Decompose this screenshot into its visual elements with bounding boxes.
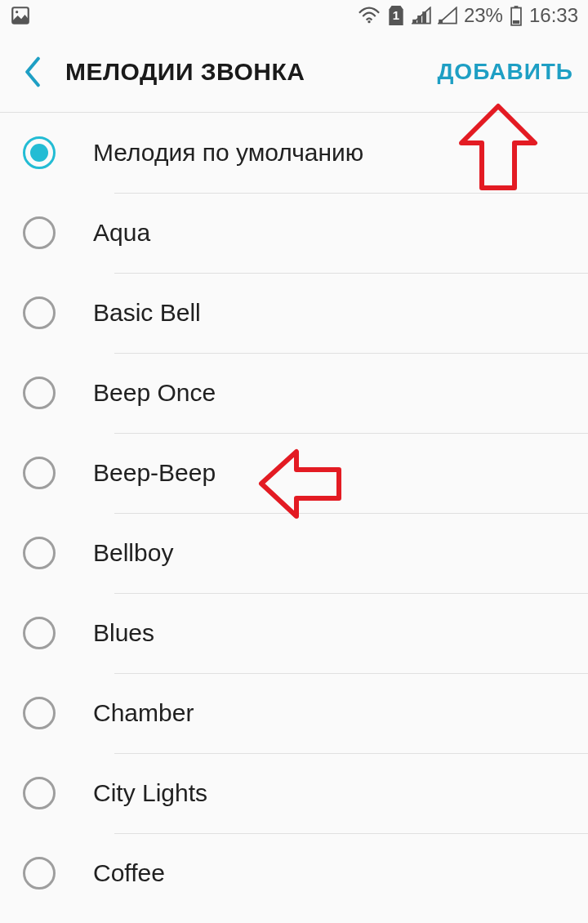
ringtone-list: Мелодия по умолчанию Aqua Basic Bell Bee… — [0, 113, 588, 913]
ringtone-label: Aqua — [93, 219, 150, 247]
svg-point-1 — [16, 11, 18, 13]
radio[interactable] — [23, 857, 56, 890]
add-button[interactable]: ДОБАВИТЬ — [437, 59, 573, 85]
radio[interactable] — [23, 617, 56, 649]
ringtone-row[interactable]: Coffee — [23, 833, 588, 913]
ringtone-row[interactable]: Beep Once — [23, 353, 588, 433]
ringtone-label: Blues — [93, 619, 154, 647]
radio[interactable] — [23, 216, 56, 249]
radio[interactable] — [23, 377, 56, 409]
wifi-icon — [358, 7, 381, 25]
status-bar: 1 23% 16:33 — [0, 0, 588, 31]
battery-icon — [510, 5, 523, 26]
ringtone-row[interactable]: Blues — [23, 593, 588, 673]
svg-rect-3 — [412, 20, 416, 24]
ringtone-row[interactable]: Bellboy — [23, 513, 588, 593]
ringtone-row[interactable]: Basic Bell — [23, 273, 588, 353]
radio[interactable] — [23, 697, 56, 729]
ringtone-label: Basic Bell — [93, 299, 201, 327]
svg-rect-5 — [422, 11, 426, 23]
svg-point-2 — [368, 20, 370, 23]
image-icon — [10, 5, 31, 26]
back-button[interactable] — [8, 47, 57, 96]
signal-2-icon — [438, 7, 457, 25]
ringtone-label: Мелодия по умолчанию — [93, 139, 363, 167]
ringtone-row[interactable]: City Lights — [23, 753, 588, 833]
radio[interactable] — [23, 297, 56, 329]
app-bar: МЕЛОДИИ ЗВОНКА ДОБАВИТЬ — [0, 31, 588, 113]
radio[interactable] — [23, 457, 56, 489]
radio[interactable] — [23, 537, 56, 569]
clock: 16:33 — [529, 4, 578, 27]
radio[interactable] — [23, 777, 56, 809]
svg-rect-4 — [417, 16, 421, 24]
sim-number: 1 — [387, 8, 405, 22]
radio-selected[interactable] — [23, 136, 56, 169]
ringtone-label: Chamber — [93, 699, 194, 727]
page-title: МЕЛОДИИ ЗВОНКА — [65, 58, 305, 86]
ringtone-row[interactable]: Мелодия по умолчанию — [23, 113, 588, 193]
svg-rect-6 — [439, 20, 443, 24]
svg-rect-8 — [514, 6, 519, 7]
ringtone-label: Beep Once — [93, 379, 216, 407]
ringtone-label: City Lights — [93, 779, 207, 807]
signal-1-icon — [412, 7, 431, 25]
ringtone-label: Bellboy — [93, 539, 173, 567]
ringtone-row[interactable]: Beep-Beep — [23, 433, 588, 513]
chevron-left-icon — [23, 56, 42, 87]
ringtone-label: Coffee — [93, 859, 165, 887]
battery-percent: 23% — [464, 4, 503, 27]
ringtone-row[interactable]: Chamber — [23, 673, 588, 753]
svg-rect-9 — [513, 20, 519, 24]
sim-icon: 1 — [387, 5, 405, 26]
ringtone-label: Beep-Beep — [93, 459, 216, 487]
ringtone-row[interactable]: Aqua — [23, 193, 588, 273]
